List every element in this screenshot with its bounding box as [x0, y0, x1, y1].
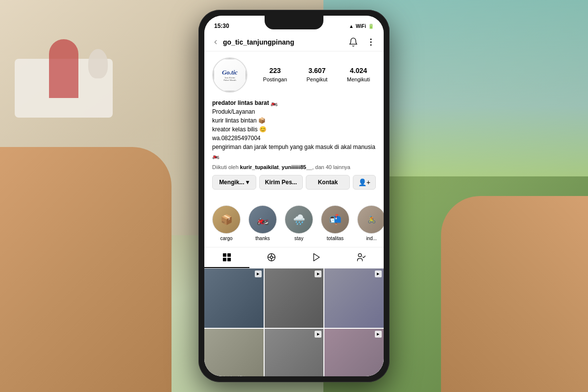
tab-bar — [204, 247, 384, 269]
highlight-stay-circle: 🌧️ — [285, 205, 313, 234]
following-label: Mengikuti — [347, 76, 370, 82]
profile-username: go_tic_tanjungpinang — [223, 38, 294, 46]
highlight-thanks-label: thanks — [255, 236, 270, 241]
person-bg — [49, 39, 78, 98]
posts-count: 223 — [263, 67, 287, 74]
svg-marker-13 — [314, 254, 319, 261]
action-buttons: Mengik... ▾ Kirim Pes... Kontak 👤+ — [212, 175, 376, 190]
followers-label: Pengikut — [307, 76, 328, 82]
avatar-logo: Go.tic Jasa KirimPaket Murah — [213, 58, 246, 92]
bio-line-4: wa.082285497004 — [212, 135, 261, 142]
grid-overlay-4: Semangat bekerja keras! Cinta berkhidmat… — [206, 375, 262, 376]
highlight-thanks-circle: 🏍️ — [248, 205, 277, 234]
contact-button[interactable]: Kontak — [306, 175, 350, 190]
highlight-stay-label: stay — [294, 236, 303, 241]
svg-rect-5 — [223, 258, 226, 261]
highlight-thanks[interactable]: 🏍️ thanks — [248, 205, 277, 241]
highlight-ind[interactable]: 🚴 ind... — [357, 205, 384, 241]
bio-name: predator lintas barat 🏍️ — [212, 99, 278, 106]
svg-point-0 — [370, 39, 371, 40]
svg-point-2 — [370, 45, 371, 46]
play-icon — [312, 252, 321, 262]
tab-grid[interactable] — [204, 247, 249, 268]
svg-point-8 — [270, 256, 273, 259]
reels-icon — [267, 252, 276, 262]
bio-line-1: Produk/Layanan — [212, 108, 255, 115]
person-tag-icon — [356, 252, 366, 262]
video-badge-5: ▶ — [315, 331, 321, 338]
status-time: 15:30 — [214, 23, 229, 29]
profile-top: Go.tic Jasa KirimPaket Murah 223 Posting… — [212, 57, 376, 93]
bio-line-2: kurir lintas bintan 📦 — [212, 117, 266, 124]
profile-followed-by: Diikuti oleh kurir_tupaikilat, yuniiiiii… — [212, 164, 376, 170]
svg-rect-3 — [223, 254, 226, 257]
profile-avatar[interactable]: Go.tic Jasa KirimPaket Murah — [212, 57, 247, 93]
svg-rect-6 — [227, 258, 230, 261]
tab-reels[interactable] — [249, 247, 294, 268]
grid-item-3[interactable]: ▶ — [324, 269, 384, 328]
grid-item-1[interactable]: ▶ — [204, 269, 264, 328]
instagram-header: go_tic_tanjungpinang — [204, 33, 384, 51]
follow-button[interactable]: Mengik... ▾ — [212, 175, 256, 190]
highlight-ind-label: ind... — [366, 236, 377, 241]
wifi-icon: WiFi — [356, 24, 366, 29]
stat-following[interactable]: 4.024 Mengikuti — [347, 67, 370, 83]
follower-name-1[interactable]: kurir_tupaikilat — [240, 164, 279, 170]
battery-icon: 🔋 — [368, 24, 374, 29]
svg-point-1 — [370, 42, 371, 43]
bio-line-3: kreator kelas bilis 😊 — [212, 126, 267, 133]
highlight-totalitas[interactable]: 📬 totalitas — [321, 205, 349, 241]
contact-label: Kontak — [318, 179, 338, 186]
bio-line-5: pengiriman dan jarak tempuh yang gak mas… — [212, 144, 375, 159]
video-badge-1: ▶ — [255, 270, 262, 277]
bell-icon[interactable] — [348, 37, 358, 47]
profile-stats: 223 Postingan 3.607 Pengikut 4.024 Mengi… — [257, 67, 376, 83]
svg-rect-4 — [227, 254, 230, 257]
header-icons — [348, 37, 376, 47]
followers-count: 3.607 — [307, 67, 328, 74]
stat-posts[interactable]: 223 Postingan — [263, 67, 287, 83]
highlight-totalitas-label: totalitas — [327, 236, 343, 241]
profile-section: Go.tic Jasa KirimPaket Murah 223 Posting… — [204, 51, 384, 201]
highlight-totalitas-circle: 📬 — [321, 205, 349, 234]
grid-item-6[interactable]: ▶ — [324, 329, 384, 376]
tab-play[interactable] — [294, 247, 339, 268]
posts-label: Postingan — [263, 76, 287, 82]
signal-icon: ▲ — [349, 24, 354, 29]
phone-device: 15:30 ▲ WiFi 🔋 go_tic_tanjungpinang — [198, 10, 390, 382]
avatar-subtitle: Jasa KirimPaket Murah — [223, 76, 236, 82]
more-vertical-icon[interactable] — [366, 37, 376, 47]
video-badge-3: ▶ — [375, 270, 382, 277]
grid-item-2[interactable]: ▶ — [265, 269, 324, 328]
hand-left — [0, 147, 172, 392]
highlights-row: 📦 cargo 🏍️ thanks 🌧️ stay — [204, 201, 384, 247]
status-icons: ▲ WiFi 🔋 — [349, 24, 374, 29]
header-left: go_tic_tanjungpinang — [212, 38, 294, 46]
vase-bg — [88, 49, 108, 78]
follow-chevron: ▾ — [246, 179, 249, 186]
highlight-cargo-label: cargo — [220, 236, 232, 241]
phone-screen: 15:30 ▲ WiFi 🔋 go_tic_tanjungpinang — [204, 16, 384, 376]
video-badge-6: ▶ — [375, 331, 382, 338]
hand-right — [441, 196, 588, 392]
highlight-cargo[interactable]: 📦 cargo — [212, 205, 241, 241]
grid-item-5[interactable]: ▶ — [265, 329, 324, 376]
grid-item-4[interactable]: Semangat bekerja keras! Cinta berkhidmat… — [204, 329, 264, 376]
grid-icon — [222, 252, 232, 262]
back-icon[interactable] — [212, 39, 219, 46]
phone-notch — [265, 16, 323, 29]
following-count: 4.024 — [347, 67, 370, 74]
follower-name-2[interactable]: yuniiiiii85__ — [282, 164, 312, 170]
add-person-icon: 👤+ — [358, 178, 370, 186]
highlight-stay[interactable]: 🌧️ stay — [285, 205, 313, 241]
message-button[interactable]: Kirim Pes... — [259, 175, 303, 190]
video-badge-2: ▶ — [315, 270, 321, 277]
profile-bio: predator lintas barat 🏍️ Produk/Layanan … — [212, 98, 376, 160]
svg-point-14 — [358, 254, 362, 257]
photo-grid: ▶ ▶ ▶ Semangat bekerja keras! Cinta berk… — [204, 269, 384, 376]
message-label: Kirim Pes... — [265, 179, 297, 186]
stat-followers[interactable]: 3.607 Pengikut — [307, 67, 328, 83]
tab-tagged[interactable] — [339, 247, 384, 268]
add-person-button[interactable]: 👤+ — [353, 175, 376, 190]
phone-wrapper: 15:30 ▲ WiFi 🔋 go_tic_tanjungpinang — [198, 10, 390, 382]
